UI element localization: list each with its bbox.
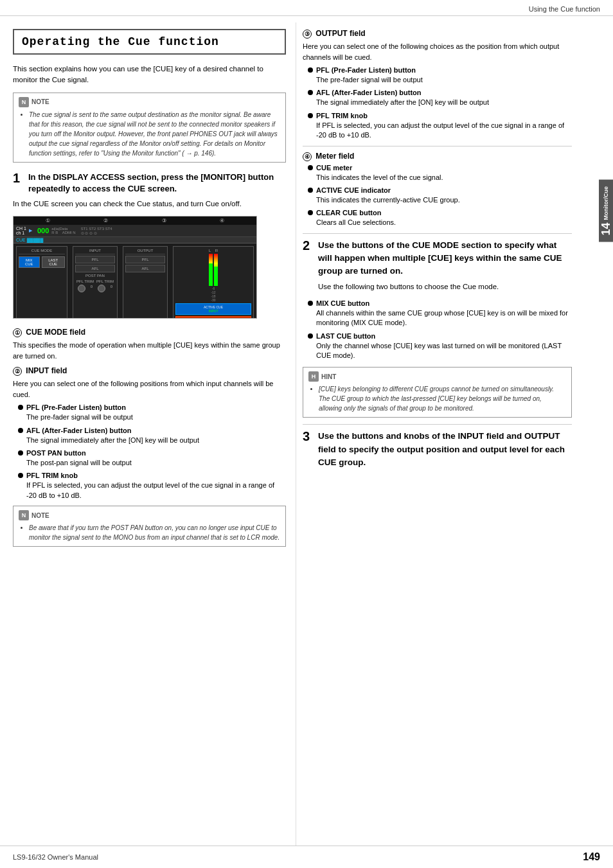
- step1-title: In the DISPLAY ACCESS section, press the…: [28, 172, 286, 195]
- note-icon-1: N: [19, 97, 29, 107]
- pfl-input-btn[interactable]: PFL: [75, 256, 115, 263]
- header-title: Using the Cue function: [529, 5, 600, 13]
- bullet-dot: [18, 473, 23, 478]
- mixer-screen: ①②③④ CH 1ch 1 ▶ 000 ai|ia|DataR B ADMI N…: [13, 217, 256, 318]
- step2-header: 2 Use the buttons of the CUE MODE sectio…: [303, 239, 572, 278]
- afl-input-btn[interactable]: AFL: [75, 265, 115, 272]
- footer-model: LS9-16/32 Owner's Manual: [13, 853, 98, 861]
- note-label-1: N NOTE: [19, 97, 49, 107]
- page-container: Using the Cue function 14 Monitor/Cue Op…: [0, 0, 613, 868]
- mixer-body: CUE MODE MIX CUE LAST CUE INPUT PFL AFL …: [13, 244, 256, 319]
- note-list-1: The cue signal is sent to the same outpu…: [19, 110, 280, 158]
- step3-num: 3: [303, 430, 313, 469]
- bullet-dot: [18, 428, 23, 433]
- mixcue-desc: All channels within the same CUE group w…: [308, 308, 572, 328]
- mixer-level: 000: [37, 227, 49, 235]
- mixer-ch1: CH 1ch 1: [16, 226, 26, 235]
- output-circle: ③: [303, 30, 312, 39]
- pfl-output-btn[interactable]: PFL: [125, 256, 165, 263]
- input-label: INPUT: [75, 249, 115, 254]
- output-afl-title: AFL (After-Fader Listen) button: [308, 89, 572, 96]
- hint-item: [CUE] keys belonging to different CUE gr…: [319, 384, 566, 413]
- afl-output-btn[interactable]: AFL: [125, 265, 165, 272]
- lastcue-desc: Only the channel whose [CUE] key was las…: [308, 341, 572, 361]
- cue-mode-label: CUE MODE: [19, 249, 65, 254]
- step2-num: 2: [303, 239, 313, 278]
- active-cue-btn[interactable]: ACTIVE CUEINPUT: [175, 303, 251, 315]
- meter-activecue-item: ACTIVE CUE indicator This indicates the …: [303, 186, 572, 205]
- divider-1: [303, 146, 572, 146]
- output-afl-desc: The signal immediately after the [ON] ke…: [308, 98, 572, 107]
- output-label: OUTPUT: [125, 249, 165, 254]
- intro-text: This section explains how you can use th…: [13, 64, 286, 86]
- note-item-1: The cue signal is sent to the same outpu…: [29, 110, 280, 158]
- mixcue-title: MIX CUE button: [308, 299, 572, 307]
- meter-activecue-title: ACTIVE CUE indicator: [308, 186, 572, 194]
- meter-clearcue-item: CLEAR CUE button Clears all Cue selectio…: [303, 209, 572, 227]
- lastcue-title: LAST CUE button: [308, 332, 572, 340]
- cue-buttons: MIX CUE LAST CUE: [19, 256, 65, 268]
- input-pfl-title: PFL (Pre-Fader Listen) button: [18, 403, 286, 411]
- mixcue-item: MIX CUE button All channels within the s…: [303, 299, 572, 328]
- chapter-tab: 14 Monitor/Cue: [599, 180, 613, 242]
- input-section-screen: INPUT PFL AFL POST PAN PFL TRIMPFL TRIM …: [73, 246, 118, 319]
- output-field-title: ③ OUTPUT field: [303, 29, 572, 39]
- chapter-label: Monitor/Cue: [603, 186, 609, 220]
- input-afl-item: AFL (After-Fader Listen) button The sign…: [13, 427, 286, 445]
- output-pfltrim-title: PFL TRIM knob: [308, 112, 572, 120]
- output-section-screen: OUTPUT PFL AFL: [123, 246, 168, 319]
- meter-field-title: ④ Meter field: [303, 152, 572, 161]
- output-pfl-item: PFL (Pre-Fader Listen) button The pre-fa…: [303, 66, 572, 85]
- page-footer: LS9-16/32 Owner's Manual 149: [0, 846, 613, 868]
- bullet-dot: [308, 333, 313, 339]
- input-pfl-desc: The pre-fader signal will be output: [18, 412, 286, 422]
- cue-mode-field-section: ① CUE MODE field This specifies the mode…: [13, 328, 286, 361]
- bullet-dot: [308, 301, 313, 306]
- step2-section: 2 Use the buttons of the CUE MODE sectio…: [303, 239, 572, 361]
- title-box: Operating the Cue function: [13, 29, 286, 55]
- input-postpan-title: POST PAN button: [18, 449, 286, 457]
- bullet-dot: [308, 165, 313, 170]
- meter-section-screen: L R -6-12-18-30 ACTIVE CUEINPUT: [173, 246, 254, 319]
- cue-mode-field-desc: This specifies the mode of operation whe…: [13, 340, 286, 361]
- lastcue-item: LAST CUE button Only the channel whose […: [303, 332, 572, 361]
- input-circle: ②: [13, 367, 22, 376]
- input-field-title: ② INPUT field: [13, 366, 286, 376]
- input-afl-title: AFL (After-Fader Listen) button: [18, 427, 286, 434]
- right-column: ③ OUTPUT field Here you can select one o…: [296, 22, 591, 846]
- page-header: Using the Cue function: [0, 0, 613, 16]
- chapter-number: 14: [600, 223, 613, 236]
- input-postpan-desc: The post-pan signal will be output: [18, 458, 286, 468]
- step3-header: 3 Use the buttons and knobs of the INPUT…: [303, 430, 572, 469]
- input-field-section: ② INPUT field Here you can select one of…: [13, 366, 286, 500]
- output-pfltrim-desc: If PFL is selected, you can adjust the o…: [308, 121, 572, 141]
- output-pfltrim-item: PFL TRIM knob If PFL is selected, you ca…: [303, 112, 572, 141]
- bullet-dot: [308, 210, 313, 215]
- meter-clearcue-title: CLEAR CUE button: [308, 209, 572, 217]
- meter-cue-item: CUE meter This indicates the level of th…: [303, 164, 572, 182]
- meter-field-section: ④ Meter field CUE meter This indicates t…: [303, 152, 572, 228]
- divider-2: [303, 233, 572, 234]
- last-cue-button[interactable]: LAST CUE: [42, 256, 65, 268]
- cue-mode-circle: ①: [13, 328, 22, 337]
- output-afl-item: AFL (After-Fader Listen) button The sign…: [303, 89, 572, 107]
- step3-title: Use the buttons and knobs of the INPUT f…: [318, 430, 572, 469]
- meter-cue-title: CUE meter: [308, 164, 572, 172]
- note-item-2: Be aware that if you turn the POST PAN b…: [29, 523, 280, 542]
- input-postpan-item: POST PAN button The post-pan signal will…: [13, 449, 286, 468]
- left-column: Operating the Cue function This section …: [0, 22, 296, 846]
- hint-icon: H: [308, 371, 319, 382]
- mix-cue-button[interactable]: MIX CUE: [19, 256, 40, 268]
- step3-section: 3 Use the buttons and knobs of the INPUT…: [303, 430, 572, 469]
- bullet-dot: [308, 113, 313, 118]
- hint-label: H HINT: [308, 371, 336, 382]
- input-pfl-item: PFL (Pre-Fader Listen) button The pre-fa…: [13, 403, 286, 422]
- bullet-dot: [308, 67, 313, 73]
- meter-cue-desc: This indicates the level of the cue sign…: [308, 173, 572, 182]
- input-field-desc: Here you can select one of the following…: [13, 378, 286, 400]
- clear-cue-btn[interactable]: CLEARCUE: [175, 316, 251, 319]
- note-icon-2: N: [19, 510, 29, 520]
- cue-mode-section: CUE MODE MIX CUE LAST CUE: [16, 246, 67, 319]
- mixer-top-bar: CH 1ch 1 ▶ 000 ai|ia|DataR B ADMI N ST1 …: [13, 225, 256, 237]
- output-field-section: ③ OUTPUT field Here you can select one o…: [303, 29, 572, 141]
